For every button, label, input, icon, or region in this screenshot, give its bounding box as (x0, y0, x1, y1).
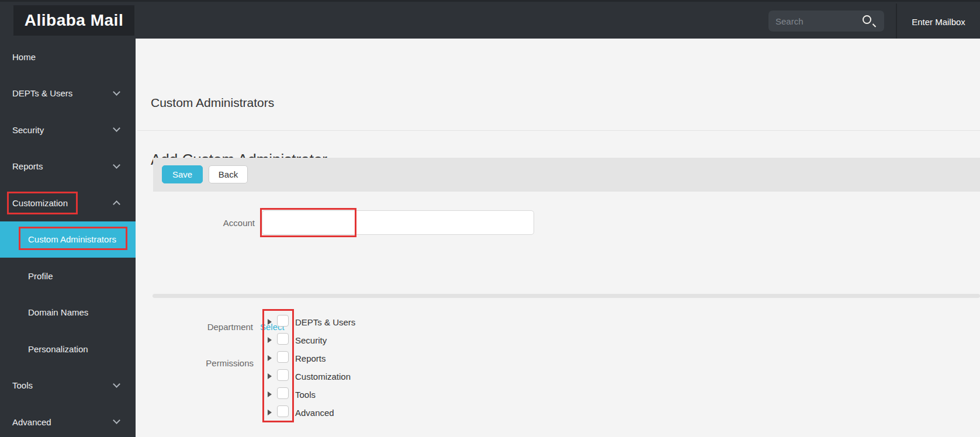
logo: Alibaba Mail (13, 5, 134, 36)
permission-checkbox[interactable] (277, 369, 289, 381)
permission-checkbox[interactable] (277, 333, 289, 345)
permission-checkbox[interactable] (277, 405, 289, 417)
sidebar-item-label: Security (12, 125, 44, 135)
sidebar-item-label: DEPTs & Users (12, 88, 72, 98)
permission-label: Customization (295, 372, 351, 381)
sidebar-item-label: Customization (12, 198, 68, 208)
sidebar-item-custom-administrators[interactable]: Custom Administrators (0, 221, 136, 258)
permission-label: Reports (295, 353, 326, 363)
main-content: Custom Administrators Add Custom Adminis… (136, 39, 980, 437)
chevron-down-icon (113, 161, 120, 169)
toolbar: Save Back (153, 158, 980, 192)
sidebar-item-label: Advanced (12, 417, 51, 427)
account-input[interactable] (262, 210, 534, 235)
expand-arrow-icon[interactable] (268, 373, 272, 379)
permission-checkbox[interactable] (277, 315, 289, 327)
expand-arrow-icon[interactable] (268, 410, 272, 415)
chevron-down-icon (113, 380, 120, 388)
sidebar-item-label: Domain Names (28, 307, 88, 317)
permission-label: DEPTs & Users (295, 317, 355, 327)
sidebar-item-label: Reports (12, 161, 43, 171)
permissions-label: Permissions (171, 358, 254, 368)
search-icon[interactable] (863, 15, 871, 24)
chevron-down-icon (113, 124, 120, 132)
page-title: Custom Administrators (151, 96, 274, 110)
search-box (768, 11, 884, 32)
expand-arrow-icon[interactable] (268, 391, 272, 397)
sidebar-item-reports[interactable]: Reports (0, 148, 136, 185)
sidebar-item-label: Home (12, 52, 36, 62)
search-input[interactable] (768, 16, 850, 26)
sidebar-item-profile[interactable]: Profile (0, 258, 136, 294)
expand-arrow-icon[interactable] (268, 355, 272, 361)
sidebar-item-tools[interactable]: Tools (0, 367, 136, 404)
sidebar-item-personalization[interactable]: Personalization (0, 331, 136, 367)
sidebar-item-home[interactable]: Home (0, 39, 136, 75)
permission-label: Security (295, 335, 327, 345)
sidebar: Home DEPTs & Users Security Reports Cust… (0, 39, 136, 437)
expand-arrow-icon[interactable] (268, 319, 272, 325)
back-button[interactable]: Back (209, 165, 248, 183)
chevron-down-icon (113, 88, 120, 96)
sidebar-item-domain-names[interactable]: Domain Names (0, 294, 136, 331)
sidebar-item-label: Profile (28, 271, 53, 281)
topbar: Alibaba Mail Enter Mailbox (0, 0, 980, 39)
sidebar-item-label: Personalization (28, 344, 88, 354)
permission-label: Tools (295, 390, 316, 400)
permission-label: Advanced (295, 408, 334, 418)
sidebar-item-label: Tools (12, 380, 33, 390)
department-label: Department (171, 322, 253, 332)
permission-checkbox[interactable] (277, 351, 289, 363)
save-button[interactable]: Save (162, 165, 203, 183)
sidebar-item-customization[interactable]: Customization (0, 185, 136, 221)
expand-arrow-icon[interactable] (268, 337, 272, 343)
enter-mailbox-button[interactable]: Enter Mailbox (897, 4, 980, 40)
divider (137, 130, 980, 131)
permission-checkbox[interactable] (277, 387, 289, 399)
section-divider (153, 294, 980, 298)
search-icon-handle (872, 23, 876, 27)
sidebar-item-advanced[interactable]: Advanced (0, 404, 136, 437)
chevron-up-icon (113, 200, 120, 208)
sidebar-item-depts-users[interactable]: DEPTs & Users (0, 75, 136, 112)
chevron-down-icon (113, 417, 120, 424)
logo-text: Alibaba Mail (25, 11, 123, 30)
sidebar-item-security[interactable]: Security (0, 112, 136, 148)
account-label: Account (171, 218, 255, 228)
sidebar-item-label: Custom Administrators (28, 234, 116, 244)
